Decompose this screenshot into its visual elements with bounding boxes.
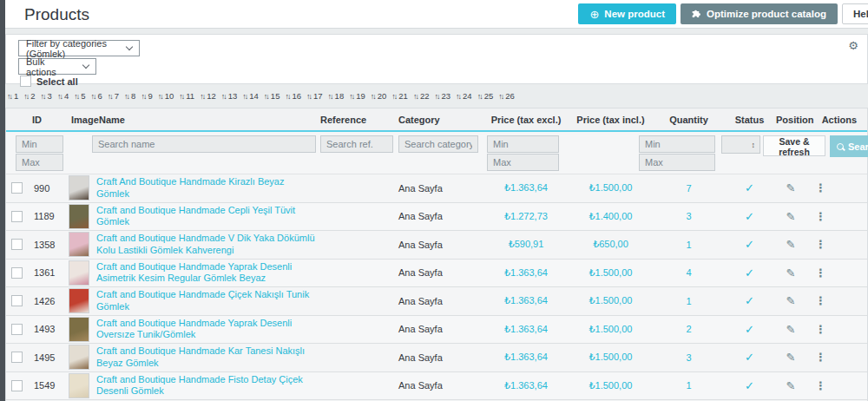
sort-toggle-5[interactable]: ↑↓5 bbox=[74, 91, 85, 101]
more-actions-icon[interactable]: ⋮ bbox=[808, 238, 867, 251]
sort-toggle-10[interactable]: ↑↓10 bbox=[158, 91, 174, 101]
sort-toggle-11[interactable]: ↑↓11 bbox=[179, 91, 194, 101]
sort-toggle-20[interactable]: ↑↓20 bbox=[371, 91, 387, 101]
sort-toggle-17[interactable]: ↑↓17 bbox=[306, 91, 323, 101]
product-name-link[interactable]: Craft and Boutique Handmade V Dik Yaka D… bbox=[96, 233, 315, 255]
status-check-icon[interactable]: ✓ bbox=[726, 323, 773, 336]
bulk-actions-dropdown[interactable]: Bulk actions bbox=[18, 58, 96, 75]
sort-toggle-19[interactable]: ↑↓19 bbox=[349, 91, 365, 101]
status-check-icon[interactable]: ✓ bbox=[726, 266, 773, 279]
sort-toggle-18[interactable]: ↑↓18 bbox=[328, 91, 345, 101]
edit-pencil-icon[interactable]: ✎ bbox=[773, 238, 808, 251]
sort-toggle-21[interactable]: ↑↓21 bbox=[391, 91, 408, 101]
edit-pencil-icon[interactable]: ✎ bbox=[773, 351, 808, 364]
sort-toggle-22[interactable]: ↑↓22 bbox=[413, 91, 430, 101]
more-actions-icon[interactable]: ⋮ bbox=[808, 266, 867, 279]
edit-pencil-icon[interactable]: ✎ bbox=[773, 266, 808, 279]
id-max-input[interactable] bbox=[16, 154, 63, 171]
row-checkbox[interactable] bbox=[11, 239, 23, 250]
search-category-input[interactable] bbox=[398, 135, 478, 153]
id-min-input[interactable] bbox=[16, 135, 63, 153]
product-thumbnail[interactable] bbox=[69, 373, 89, 398]
optimize-catalog-button[interactable]: Optimize product catalog bbox=[681, 3, 838, 24]
product-thumbnail[interactable] bbox=[69, 232, 89, 257]
edit-pencil-icon[interactable]: ✎ bbox=[773, 294, 808, 307]
product-name-link[interactable]: Craft and Boutique Handmade Yaprak Desen… bbox=[96, 318, 292, 340]
product-thumbnail[interactable] bbox=[69, 175, 89, 200]
row-checkbox[interactable] bbox=[11, 211, 23, 222]
sort-toggle-25[interactable]: ↑↓25 bbox=[477, 91, 494, 101]
sort-toggle-9[interactable]: ↑↓9 bbox=[141, 91, 152, 101]
sort-toggle-24[interactable]: ↑↓24 bbox=[456, 91, 472, 101]
sort-toggle-12[interactable]: ↑↓12 bbox=[200, 91, 216, 101]
product-thumbnail[interactable] bbox=[69, 204, 89, 229]
edit-pencil-icon[interactable]: ✎ bbox=[773, 181, 808, 194]
price-max-input[interactable] bbox=[487, 154, 559, 171]
select-all-checkbox[interactable] bbox=[20, 76, 31, 87]
more-actions-icon[interactable]: ⋮ bbox=[808, 323, 867, 336]
sort-toggle-4[interactable]: ↑↓4 bbox=[57, 91, 69, 101]
status-check-icon[interactable]: ✓ bbox=[726, 181, 773, 194]
gear-icon[interactable]: ⚙ bbox=[848, 40, 858, 51]
product-name-link[interactable]: Craft and Boutique Handmade Kar Tanesi N… bbox=[96, 345, 305, 368]
sort-toggle-15[interactable]: ↑↓15 bbox=[264, 91, 280, 101]
sort-toggle-7[interactable]: ↑↓7 bbox=[108, 91, 119, 101]
more-actions-icon[interactable]: ⋮ bbox=[808, 294, 867, 307]
status-check-icon[interactable]: ✓ bbox=[726, 351, 773, 364]
more-actions-icon[interactable]: ⋮ bbox=[808, 351, 867, 364]
edit-pencil-icon[interactable]: ✎ bbox=[773, 323, 808, 336]
col-position[interactable]: Position bbox=[773, 115, 808, 125]
filter-categories-dropdown[interactable]: Filter by categories (Gömlek) bbox=[18, 40, 140, 56]
quantity-max-input[interactable] bbox=[639, 154, 715, 171]
sort-toggle-3[interactable]: ↑↓3 bbox=[41, 91, 52, 101]
status-filter-select[interactable]: ↕ bbox=[721, 135, 760, 154]
col-image[interactable]: Image bbox=[69, 115, 96, 125]
col-status[interactable]: Status bbox=[726, 115, 773, 125]
new-product-button[interactable]: ⊕ New product bbox=[578, 3, 676, 24]
product-thumbnail[interactable] bbox=[69, 345, 89, 370]
status-check-icon[interactable]: ✓ bbox=[726, 238, 773, 251]
status-check-icon[interactable]: ✓ bbox=[726, 379, 773, 392]
col-id[interactable]: ID bbox=[27, 115, 69, 125]
save-refresh-button[interactable]: Save & refresh bbox=[763, 135, 825, 156]
price-min-input[interactable] bbox=[487, 135, 559, 153]
edit-pencil-icon[interactable]: ✎ bbox=[773, 210, 808, 223]
product-thumbnail[interactable] bbox=[69, 260, 89, 286]
product-thumbnail[interactable] bbox=[69, 317, 89, 342]
sort-toggle-26[interactable]: ↑↓26 bbox=[498, 91, 515, 101]
row-checkbox[interactable] bbox=[11, 295, 23, 306]
product-thumbnail[interactable] bbox=[69, 288, 89, 313]
sort-toggle-14[interactable]: ↑↓14 bbox=[242, 91, 259, 101]
col-price-incl[interactable]: Price (tax incl.) bbox=[569, 115, 652, 125]
search-reference-input[interactable] bbox=[320, 135, 393, 153]
sort-toggle-16[interactable]: ↑↓16 bbox=[285, 91, 301, 101]
more-actions-icon[interactable]: ⋮ bbox=[808, 181, 867, 194]
sort-toggle-1[interactable]: ↑↓1 bbox=[7, 91, 18, 101]
col-category[interactable]: Category bbox=[396, 115, 483, 125]
product-name-link[interactable]: Craft and Boutique Handmade Cepli Yeşil … bbox=[96, 205, 295, 227]
more-actions-icon[interactable]: ⋮ bbox=[808, 210, 867, 223]
row-checkbox[interactable] bbox=[11, 380, 23, 391]
product-name-link[interactable]: Craft and Boutique Handmade Yaprak Desen… bbox=[96, 261, 292, 284]
sort-toggle-8[interactable]: ↑↓8 bbox=[124, 91, 135, 101]
row-checkbox[interactable] bbox=[11, 182, 23, 194]
status-check-icon[interactable]: ✓ bbox=[726, 294, 773, 307]
quantity-min-input[interactable] bbox=[639, 135, 715, 153]
col-price-excl[interactable]: Price (tax excl.) bbox=[483, 115, 569, 125]
product-name-link[interactable]: Craft and Boutique Handmade Çiçek Nakışl… bbox=[96, 289, 309, 312]
edit-pencil-icon[interactable]: ✎ bbox=[773, 379, 808, 392]
row-checkbox[interactable] bbox=[11, 324, 23, 335]
help-button[interactable]: Help bbox=[842, 3, 868, 24]
product-name-link[interactable]: Craft and Boutique Handmade Fisto Detay … bbox=[96, 374, 303, 397]
product-name-link[interactable]: Craft And Boutique Handmade Kirazlı Beya… bbox=[96, 176, 284, 199]
row-checkbox[interactable] bbox=[11, 267, 23, 279]
sort-toggle-13[interactable]: ↑↓13 bbox=[221, 91, 238, 101]
col-reference[interactable]: Reference bbox=[318, 115, 396, 125]
sort-toggle-23[interactable]: ↑↓23 bbox=[434, 91, 450, 101]
search-name-input[interactable] bbox=[92, 135, 316, 153]
more-actions-icon[interactable]: ⋮ bbox=[808, 379, 867, 392]
col-quantity[interactable]: Quantity bbox=[652, 115, 726, 125]
row-checkbox[interactable] bbox=[11, 352, 23, 363]
col-name[interactable]: Name bbox=[96, 115, 318, 125]
sort-toggle-6[interactable]: ↑↓6 bbox=[90, 91, 102, 101]
